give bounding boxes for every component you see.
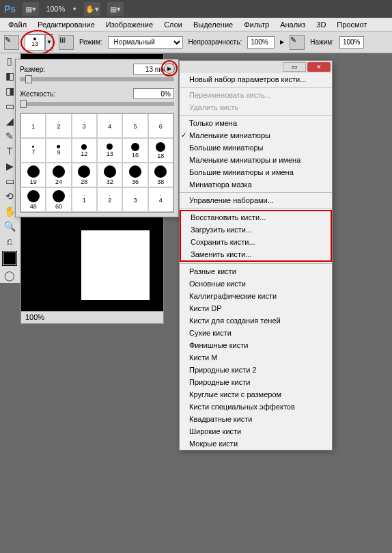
hand-tool-icon[interactable]: ✋▾: [84, 2, 100, 16]
menu-item[interactable]: Широкие кисти: [180, 425, 332, 437]
tool-11[interactable]: 🔍: [0, 219, 19, 234]
screen-mode-icon[interactable]: ▦▾: [23, 2, 39, 16]
menu-item[interactable]: Разные кисти: [180, 265, 332, 278]
brush-flyout-menu: ▭ ✕ Новый набор параметров кисти...Переи…: [179, 60, 333, 450]
brush-panel-toggle-icon[interactable]: ⊞: [59, 35, 74, 50]
flow-label: Нажим:: [310, 38, 334, 46]
size-label: Размер:: [20, 66, 45, 73]
opacity-label: Непрозрачность:: [188, 38, 242, 46]
brush-preset-6[interactable]: 6: [148, 113, 173, 138]
menu-item[interactable]: Маленькие миниатюры: [180, 129, 332, 141]
status-bar: 100%: [21, 311, 163, 323]
title-bar: Ps ▦▾ 100% ▼ ✋▾ ▦▾: [0, 0, 392, 18]
brush-preset-38[interactable]: 38: [148, 163, 173, 187]
menu-item[interactable]: Основные кисти: [180, 278, 332, 290]
brush-preset-1[interactable]: 1: [72, 187, 97, 212]
brush-tool-icon[interactable]: ✎: [4, 35, 19, 50]
brush-preset-16[interactable]: 16: [122, 138, 148, 163]
menu-item[interactable]: Только имена: [180, 117, 332, 129]
brush-preset-4[interactable]: 4: [148, 187, 173, 212]
brush-preset-13[interactable]: 13: [97, 138, 122, 163]
flow-input[interactable]: [339, 36, 364, 49]
menu-Изображение[interactable]: Изображение: [100, 19, 158, 30]
brush-size-preview[interactable]: 13: [25, 34, 45, 51]
menu-item[interactable]: Новый набор параметров кисти...: [180, 73, 332, 85]
brush-preset-32[interactable]: 32: [97, 163, 122, 187]
options-bar: ✎ 13 ▼ ⊞ Режим: Нормальный Непрозрачност…: [0, 31, 392, 53]
brush-picker-dropdown[interactable]: ▼: [45, 34, 53, 51]
brush-preset-19[interactable]: 19: [20, 163, 46, 187]
quickmask-icon[interactable]: ◯: [0, 268, 19, 283]
menu-item[interactable]: Круглые кисти с размером: [180, 388, 332, 401]
opacity-arrow-icon[interactable]: ▶: [280, 39, 284, 45]
close-button[interactable]: ✕: [307, 62, 331, 72]
menu-item[interactable]: Заменить кисти...: [181, 248, 331, 260]
menu-Слои[interactable]: Слои: [158, 19, 188, 30]
menu-item[interactable]: Большие миниатюры: [180, 141, 332, 154]
brush-preset-60[interactable]: 60: [46, 187, 71, 212]
menu-Фильтр[interactable]: Фильтр: [238, 19, 275, 30]
ps-logo: Ps: [4, 3, 16, 14]
opacity-input[interactable]: [247, 36, 275, 49]
brush-preset-2[interactable]: 2: [97, 187, 122, 212]
size-slider[interactable]: [20, 77, 174, 81]
brush-preset-18[interactable]: 18: [148, 138, 173, 163]
brush-preset-3[interactable]: 3: [122, 187, 148, 212]
separator: [180, 87, 332, 87]
flyout-menu-button[interactable]: ▶: [164, 63, 175, 74]
dropdown-icon[interactable]: ▼: [72, 6, 77, 12]
menu-Просмот[interactable]: Просмот: [331, 19, 372, 30]
menu-item: Переименовать кисть...: [180, 89, 332, 101]
highlighted-actions: Восстановить кисти...Загрузить кисти...С…: [180, 210, 332, 262]
menu-item[interactable]: Загрузить кисти...: [181, 224, 331, 236]
status-zoom[interactable]: 100%: [25, 313, 44, 321]
menu-item[interactable]: Природные кисти: [180, 376, 332, 388]
menu-item[interactable]: Природные кисти 2: [180, 364, 332, 376]
menu-Редактирование[interactable]: Редактирование: [32, 19, 100, 30]
menu-item[interactable]: Кисти DP: [180, 302, 332, 314]
menu-item[interactable]: Кисти специальных эффектов: [180, 401, 332, 413]
hardness-input[interactable]: [133, 88, 174, 99]
tablet-opacity-icon[interactable]: ✎: [290, 35, 305, 50]
hardness-slider[interactable]: [20, 102, 174, 106]
blend-mode-select[interactable]: Нормальный: [108, 36, 183, 49]
menu-3D[interactable]: 3D: [311, 19, 331, 30]
menu-item[interactable]: Сухие кисти: [180, 327, 332, 339]
menu-Файл[interactable]: Файл: [3, 19, 32, 30]
menu-item[interactable]: Финишные кисти: [180, 339, 332, 351]
separator: [180, 263, 332, 264]
brush-preset-12[interactable]: 12: [72, 138, 97, 163]
menu-item[interactable]: Восстановить кисти...: [181, 211, 331, 224]
brush-preset-3[interactable]: 3: [72, 113, 97, 138]
brush-preset-4[interactable]: 4: [97, 113, 122, 138]
separator: [180, 192, 332, 193]
brush-preset-2[interactable]: 2: [46, 113, 71, 138]
arrange-icon[interactable]: ▦▾: [107, 2, 124, 16]
foreground-color[interactable]: [3, 252, 16, 265]
menu-item[interactable]: Каллиграфические кисти: [180, 290, 332, 302]
brush-preset-5[interactable]: 5: [122, 113, 148, 138]
menu-item[interactable]: Маленькие миниатюры и имена: [180, 154, 332, 166]
brush-preset-28[interactable]: 28: [72, 163, 97, 187]
menu-item[interactable]: Миниатюра мазка: [180, 178, 332, 191]
brush-preset-9[interactable]: 9: [46, 138, 71, 163]
brush-preset-7[interactable]: 7: [20, 138, 46, 163]
menu-item[interactable]: Управление наборами...: [180, 194, 332, 206]
menu-item[interactable]: Кисти M: [180, 351, 332, 364]
menu-item[interactable]: Сохранить кисти...: [181, 236, 331, 248]
menu-Выделение[interactable]: Выделение: [188, 19, 238, 30]
menu-item[interactable]: Квадратные кисти: [180, 413, 332, 425]
top-zoom[interactable]: 100%: [46, 5, 65, 13]
menu-item[interactable]: Мокрые кисти: [180, 437, 332, 450]
menu-Анализ[interactable]: Анализ: [275, 19, 311, 30]
brush-preset-36[interactable]: 36: [122, 163, 148, 187]
brush-picker-panel: Размер: Жесткость: 123456791213161819242…: [15, 59, 179, 217]
menu-item[interactable]: Большие миниатюры и имена: [180, 166, 332, 178]
menu-bar: ФайлРедактированиеИзображениеСлоиВыделен…: [0, 18, 392, 31]
menu-item[interactable]: Кисти для создания теней: [180, 314, 332, 327]
brush-preset-48[interactable]: 48: [20, 187, 46, 212]
brush-preset-24[interactable]: 24: [46, 163, 71, 187]
brush-preset-1[interactable]: 1: [20, 113, 46, 138]
tool-12[interactable]: ⎌: [0, 234, 19, 249]
maximize-button[interactable]: ▭: [283, 62, 306, 72]
